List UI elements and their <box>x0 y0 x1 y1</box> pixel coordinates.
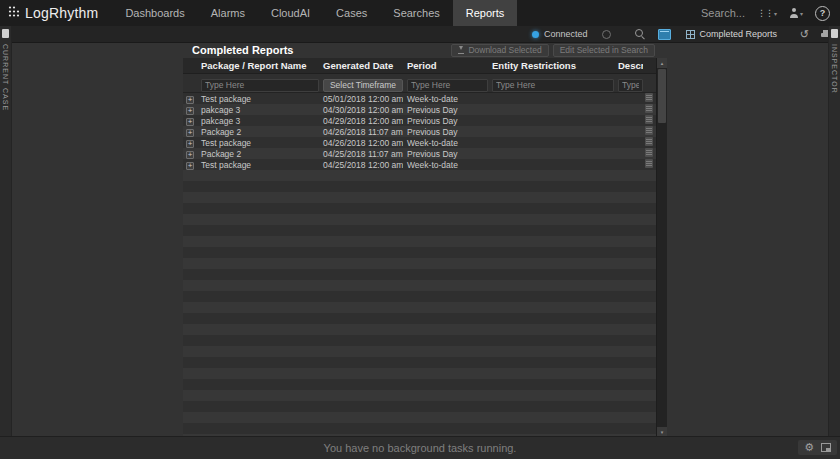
toolbar: Connected Completed Reports ↺ <box>0 26 840 43</box>
current-case-rail[interactable]: CURRENT CASE <box>0 26 12 437</box>
cell-generated-date: 05/01/2018 12:00 am <box>319 94 403 104</box>
table-row-empty <box>183 302 657 313</box>
panel-actions: Download Selected Edit Selected in Searc… <box>451 44 655 57</box>
expand-icon[interactable]: + <box>186 96 194 104</box>
connected-label: Connected <box>544 29 588 39</box>
table-row[interactable]: +pakcage 304/29/2018 12:00 amPrevious Da… <box>183 115 657 126</box>
nav-item-reports[interactable]: Reports <box>453 0 518 26</box>
select-timeframe-button[interactable]: Select Timeframe <box>323 79 403 92</box>
search-input[interactable]: Search... <box>701 7 745 19</box>
chevron-down-icon: ▾ <box>800 10 803 17</box>
nav-item-dashboards[interactable]: Dashboards <box>112 0 197 26</box>
current-case-label: CURRENT CASE <box>2 44 9 111</box>
pdf-icon[interactable] <box>645 159 653 168</box>
table-row-empty <box>183 170 657 181</box>
filter-entity-cell <box>488 74 614 92</box>
pdf-icon[interactable] <box>645 126 653 135</box>
header-entity-restrictions[interactable]: Entity Restrictions <box>488 60 614 71</box>
expand-icon[interactable]: + <box>186 162 194 170</box>
table-row-empty <box>183 181 657 192</box>
nav-item-searches[interactable]: Searches <box>380 0 452 26</box>
table-row-empty <box>183 247 657 258</box>
cell-pdf <box>643 93 657 104</box>
nav-item-cases[interactable]: Cases <box>323 0 380 26</box>
table-row-empty <box>183 390 657 401</box>
logrhythm-mark-icon <box>8 4 21 22</box>
navbar-right: Search... ⋮⋮ ▾ ▾ ? <box>701 6 840 21</box>
pdf-icon[interactable] <box>645 115 653 124</box>
cell-period: Week-to-date <box>403 160 488 170</box>
edit-selected-label: Edit Selected in Search <box>560 45 648 55</box>
download-selected-button[interactable]: Download Selected <box>451 44 548 57</box>
table-row[interactable]: +Test package05/01/2018 12:00 amWeek-to-… <box>183 93 657 104</box>
logrhythm-logo[interactable]: LogRhythm <box>8 4 98 22</box>
scrollbar-thumb[interactable] <box>658 69 666 123</box>
table-row-empty <box>183 368 657 379</box>
active-view-icon[interactable] <box>658 29 671 40</box>
help-icon[interactable]: ? <box>815 6 830 21</box>
cell-period: Previous Day <box>403 149 488 159</box>
cell-expand: + <box>183 160 197 170</box>
status-ring-icon[interactable] <box>602 30 611 39</box>
reports-table: Package / Report Name Generated Date Per… <box>183 58 667 437</box>
completed-reports-panel: Completed Reports Download Selected Edit… <box>183 42 667 437</box>
edit-selected-button[interactable]: Edit Selected in Search <box>553 44 655 57</box>
logrhythm-wordmark: LogRhythm <box>25 5 98 21</box>
cell-pdf <box>643 126 657 137</box>
table-row-empty <box>183 379 657 390</box>
header-description[interactable]: Description <box>614 60 643 71</box>
pdf-icon[interactable] <box>645 137 653 146</box>
header-package-report-name[interactable]: Package / Report Name <box>197 60 319 71</box>
filter-package-input[interactable] <box>201 79 319 92</box>
status-bar-icons: ⚙ <box>798 440 837 455</box>
expand-icon[interactable]: + <box>186 151 194 159</box>
expand-icon[interactable]: + <box>186 129 194 137</box>
expand-icon[interactable]: + <box>186 107 194 115</box>
cell-generated-date: 04/26/2018 11:07 am <box>319 127 403 137</box>
chevron-down-icon: ▾ <box>774 10 777 17</box>
pdf-icon[interactable] <box>645 93 653 102</box>
table-row-empty <box>183 280 657 291</box>
cell-generated-date: 04/29/2018 12:00 am <box>319 116 403 126</box>
quick-settings-menu[interactable]: ⋮⋮ ▾ <box>757 8 777 18</box>
filter-entity-input[interactable] <box>492 79 614 92</box>
inspector-rail[interactable]: INSPECTOR <box>828 26 840 437</box>
table-row[interactable]: +Test package04/25/2018 12:00 amWeek-to-… <box>183 159 657 170</box>
expand-inspector-icon[interactable] <box>831 29 838 38</box>
expand-icon[interactable]: + <box>186 140 194 148</box>
table-row-empty <box>183 225 657 236</box>
dock-icon[interactable] <box>821 443 831 452</box>
pdf-icon[interactable] <box>645 104 653 113</box>
table-row[interactable]: +pakcage 304/30/2018 12:00 amPrevious Da… <box>183 104 657 115</box>
cell-period: Previous Day <box>403 116 488 126</box>
user-menu[interactable]: ▾ <box>789 8 803 18</box>
filter-description-cell <box>614 74 643 92</box>
gear-icon[interactable]: ⚙ <box>804 442 814 453</box>
filter-package-cell <box>197 74 319 92</box>
top-navbar: LogRhythm DashboardsAlarmsCloudAICasesSe… <box>0 0 840 27</box>
table-row[interactable]: +Package 204/25/2018 11:07 amPrevious Da… <box>183 148 657 159</box>
table-body: +Test package05/01/2018 12:00 amWeek-to-… <box>183 93 657 439</box>
filter-description-input[interactable] <box>618 79 643 92</box>
header-generated-date[interactable]: Generated Date <box>319 60 403 71</box>
scroll-up-icon[interactable]: ▴ <box>657 58 667 68</box>
header-period[interactable]: Period <box>403 60 488 71</box>
cell-period: Week-to-date <box>403 94 488 104</box>
user-icon <box>789 8 799 18</box>
pdf-icon[interactable] <box>645 148 653 157</box>
table-row-empty <box>183 192 657 203</box>
table-row[interactable]: +Test package04/26/2018 12:00 amWeek-to-… <box>183 137 657 148</box>
cell-package-name: Test package <box>197 138 319 148</box>
table-scrollbar[interactable]: ▴ ▾ <box>656 58 667 437</box>
search-reports-icon[interactable] <box>635 29 645 39</box>
nav-item-alarms[interactable]: Alarms <box>198 0 258 26</box>
filter-row: Select Timeframe <box>183 74 657 93</box>
expand-icon[interactable]: + <box>186 118 194 126</box>
connected-status-icon <box>532 31 539 38</box>
table-row[interactable]: +Package 204/26/2018 11:07 amPrevious Da… <box>183 126 657 137</box>
view-title: Completed Reports <box>700 29 778 39</box>
expand-panel-icon[interactable] <box>2 29 9 38</box>
reset-layout-icon[interactable]: ↺ <box>800 29 809 40</box>
filter-period-input[interactable] <box>407 79 488 92</box>
nav-item-cloudai[interactable]: CloudAI <box>258 0 323 26</box>
